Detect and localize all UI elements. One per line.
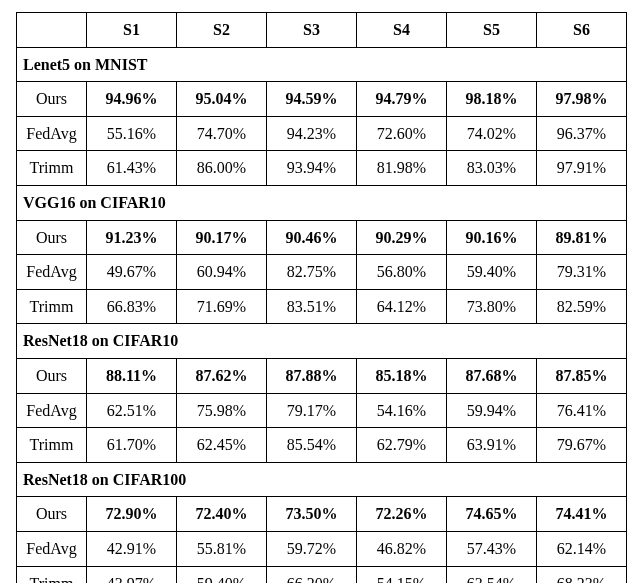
table-row: Ours72.90%72.40%73.50%72.26%74.65%74.41% bbox=[17, 497, 627, 532]
value-cell: 72.40% bbox=[177, 497, 267, 532]
value-cell: 97.98% bbox=[537, 82, 627, 117]
table-row: Trimm61.70%62.45%85.54%62.79%63.91%79.67… bbox=[17, 428, 627, 463]
value-cell: 91.23% bbox=[87, 220, 177, 255]
table-header: S1 S2 S3 S4 S5 S6 bbox=[17, 13, 627, 48]
method-cell: Trimm bbox=[17, 289, 87, 324]
value-cell: 61.43% bbox=[87, 151, 177, 186]
value-cell: 94.23% bbox=[267, 116, 357, 151]
header-s2: S2 bbox=[177, 13, 267, 48]
value-cell: 43.97% bbox=[87, 566, 177, 583]
value-cell: 90.29% bbox=[357, 220, 447, 255]
value-cell: 72.90% bbox=[87, 497, 177, 532]
value-cell: 56.80% bbox=[357, 255, 447, 290]
method-cell: Ours bbox=[17, 220, 87, 255]
value-cell: 94.79% bbox=[357, 82, 447, 117]
value-cell: 96.37% bbox=[537, 116, 627, 151]
method-cell: Trimm bbox=[17, 566, 87, 583]
value-cell: 62.45% bbox=[177, 428, 267, 463]
header-s6: S6 bbox=[537, 13, 627, 48]
value-cell: 76.41% bbox=[537, 393, 627, 428]
method-cell: Ours bbox=[17, 497, 87, 532]
value-cell: 95.04% bbox=[177, 82, 267, 117]
value-cell: 74.02% bbox=[447, 116, 537, 151]
table-row: Trimm66.83%71.69%83.51%64.12%73.80%82.59… bbox=[17, 289, 627, 324]
section-row: Lenet5 on MNIST bbox=[17, 47, 627, 82]
section-row: ResNet18 on CIFAR10 bbox=[17, 324, 627, 359]
value-cell: 97.91% bbox=[537, 151, 627, 186]
table-row: Trimm43.97%59.40%66.20%54.15%63.54%68.23… bbox=[17, 566, 627, 583]
value-cell: 79.17% bbox=[267, 393, 357, 428]
value-cell: 90.17% bbox=[177, 220, 267, 255]
value-cell: 59.40% bbox=[447, 255, 537, 290]
value-cell: 89.81% bbox=[537, 220, 627, 255]
value-cell: 82.59% bbox=[537, 289, 627, 324]
value-cell: 90.16% bbox=[447, 220, 537, 255]
value-cell: 64.12% bbox=[357, 289, 447, 324]
value-cell: 60.94% bbox=[177, 255, 267, 290]
value-cell: 87.88% bbox=[267, 358, 357, 393]
results-table: S1 S2 S3 S4 S5 S6 Lenet5 on MNISTOurs94.… bbox=[16, 12, 627, 583]
value-cell: 62.51% bbox=[87, 393, 177, 428]
section-title: Lenet5 on MNIST bbox=[17, 47, 627, 82]
method-cell: Ours bbox=[17, 82, 87, 117]
value-cell: 62.79% bbox=[357, 428, 447, 463]
header-row: S1 S2 S3 S4 S5 S6 bbox=[17, 13, 627, 48]
section-title: VGG16 on CIFAR10 bbox=[17, 185, 627, 220]
value-cell: 61.70% bbox=[87, 428, 177, 463]
value-cell: 59.72% bbox=[267, 531, 357, 566]
value-cell: 85.54% bbox=[267, 428, 357, 463]
method-cell: FedAvg bbox=[17, 393, 87, 428]
value-cell: 59.94% bbox=[447, 393, 537, 428]
value-cell: 75.98% bbox=[177, 393, 267, 428]
value-cell: 94.96% bbox=[87, 82, 177, 117]
value-cell: 68.23% bbox=[537, 566, 627, 583]
value-cell: 46.82% bbox=[357, 531, 447, 566]
table-row: Trimm61.43%86.00%93.94%81.98%83.03%97.91… bbox=[17, 151, 627, 186]
section-title: ResNet18 on CIFAR100 bbox=[17, 462, 627, 497]
value-cell: 55.16% bbox=[87, 116, 177, 151]
table-row: Ours91.23%90.17%90.46%90.29%90.16%89.81% bbox=[17, 220, 627, 255]
value-cell: 62.14% bbox=[537, 531, 627, 566]
value-cell: 87.62% bbox=[177, 358, 267, 393]
value-cell: 73.50% bbox=[267, 497, 357, 532]
value-cell: 57.43% bbox=[447, 531, 537, 566]
value-cell: 93.94% bbox=[267, 151, 357, 186]
value-cell: 54.16% bbox=[357, 393, 447, 428]
value-cell: 98.18% bbox=[447, 82, 537, 117]
method-cell: FedAvg bbox=[17, 531, 87, 566]
value-cell: 74.65% bbox=[447, 497, 537, 532]
value-cell: 94.59% bbox=[267, 82, 357, 117]
value-cell: 85.18% bbox=[357, 358, 447, 393]
value-cell: 72.60% bbox=[357, 116, 447, 151]
table-row: FedAvg62.51%75.98%79.17%54.16%59.94%76.4… bbox=[17, 393, 627, 428]
value-cell: 86.00% bbox=[177, 151, 267, 186]
table-row: FedAvg42.91%55.81%59.72%46.82%57.43%62.1… bbox=[17, 531, 627, 566]
value-cell: 90.46% bbox=[267, 220, 357, 255]
table-row: Ours94.96%95.04%94.59%94.79%98.18%97.98% bbox=[17, 82, 627, 117]
value-cell: 63.91% bbox=[447, 428, 537, 463]
value-cell: 73.80% bbox=[447, 289, 537, 324]
value-cell: 79.31% bbox=[537, 255, 627, 290]
header-s3: S3 bbox=[267, 13, 357, 48]
table-row: Ours88.11%87.62%87.88%85.18%87.68%87.85% bbox=[17, 358, 627, 393]
value-cell: 55.81% bbox=[177, 531, 267, 566]
value-cell: 74.41% bbox=[537, 497, 627, 532]
header-s1: S1 bbox=[87, 13, 177, 48]
value-cell: 59.40% bbox=[177, 566, 267, 583]
value-cell: 74.70% bbox=[177, 116, 267, 151]
method-cell: FedAvg bbox=[17, 255, 87, 290]
method-cell: Trimm bbox=[17, 151, 87, 186]
method-cell: Ours bbox=[17, 358, 87, 393]
header-s5: S5 bbox=[447, 13, 537, 48]
value-cell: 66.83% bbox=[87, 289, 177, 324]
section-row: ResNet18 on CIFAR100 bbox=[17, 462, 627, 497]
value-cell: 82.75% bbox=[267, 255, 357, 290]
value-cell: 88.11% bbox=[87, 358, 177, 393]
value-cell: 87.68% bbox=[447, 358, 537, 393]
value-cell: 83.51% bbox=[267, 289, 357, 324]
value-cell: 83.03% bbox=[447, 151, 537, 186]
page: S1 S2 S3 S4 S5 S6 Lenet5 on MNISTOurs94.… bbox=[0, 0, 640, 583]
value-cell: 87.85% bbox=[537, 358, 627, 393]
value-cell: 54.15% bbox=[357, 566, 447, 583]
header-s4: S4 bbox=[357, 13, 447, 48]
